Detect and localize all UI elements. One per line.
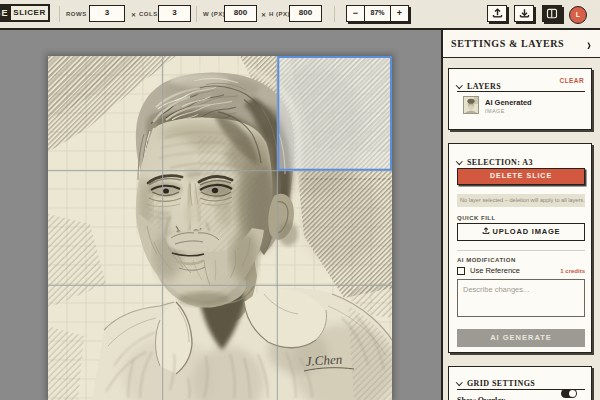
- svg-text:J.Chen: J.Chen: [305, 351, 342, 369]
